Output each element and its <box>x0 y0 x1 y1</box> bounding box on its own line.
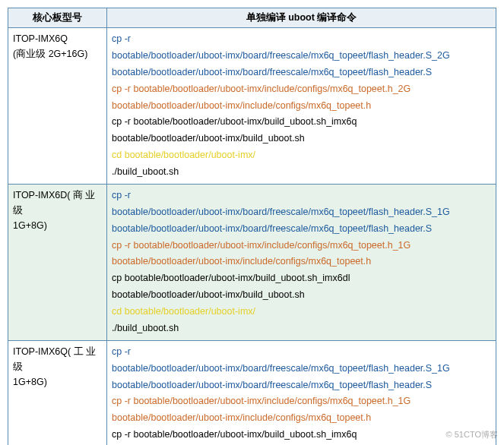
table-row: ITOP-IMX6Q( 工 业 级1G+8G)cp -rbootable/boo… <box>8 340 496 445</box>
command-line: bootable/bootloader/uboot-imx/include/co… <box>112 98 491 115</box>
table-row: ITOP-IMX6D( 商 业 级1G+8G)cp -rbootable/boo… <box>8 184 496 340</box>
table-row: ITOP-IMX6Q(商业级 2G+16G)cp -rbootable/boot… <box>8 28 496 185</box>
command-line: bootable/bootloader/uboot-imx/board/free… <box>112 48 491 65</box>
command-line: bootable/bootloader/uboot-imx/board/free… <box>112 65 491 81</box>
command-line: cd bootable/bootloader/uboot-imx/ <box>112 304 491 320</box>
command-line: bootable/bootloader/uboot-imx/build_uboo… <box>112 131 491 147</box>
command-line: bootable/bootloader/uboot-imx/board/free… <box>112 204 491 221</box>
command-line: bootable/bootloader/uboot-imx/build_uboo… <box>112 287 491 304</box>
uboot-build-table: 核心板型号 单独编译 uboot 编译命令 ITOP-IMX6Q(商业级 2G+… <box>8 8 496 445</box>
command-line: bootable/bootloader/uboot-imx/board/free… <box>112 221 491 238</box>
command-line: cp -r bootable/bootloader/uboot-imx/incl… <box>112 393 491 410</box>
command-cell: cp -rbootable/bootloader/uboot-imx/board… <box>107 340 496 445</box>
command-line: cd bootable/bootloader/uboot-imx/ <box>112 147 491 164</box>
command-line: cp -r <box>112 31 491 48</box>
command-line: cp -r bootable/bootloader/uboot-imx/incl… <box>112 81 491 98</box>
command-line: ./build_uboot.sh <box>112 320 491 337</box>
header-cmd: 单独编译 uboot 编译命令 <box>107 8 496 28</box>
command-line: ./build_uboot.sh <box>112 164 491 181</box>
model-cell: ITOP-IMX6D( 商 业 级1G+8G) <box>8 184 107 340</box>
model-cell: ITOP-IMX6Q( 工 业 级1G+8G) <box>8 340 107 445</box>
table-header-row: 核心板型号 单独编译 uboot 编译命令 <box>8 8 496 28</box>
command-line: cp -r bootable/bootloader/uboot-imx/buil… <box>112 114 491 131</box>
command-line: cp -r <box>112 188 491 204</box>
command-cell: cp -rbootable/bootloader/uboot-imx/board… <box>107 184 496 340</box>
command-line: cp bootable/bootloader/uboot-imx/build_u… <box>112 270 491 287</box>
command-line: bootable/bootloader/uboot-imx/board/free… <box>112 361 491 377</box>
command-line: bootable/bootloader/uboot-imx/board/free… <box>112 377 491 394</box>
model-cell: ITOP-IMX6Q(商业级 2G+16G) <box>8 28 107 185</box>
command-cell: cp -rbootable/bootloader/uboot-imx/board… <box>107 28 496 185</box>
command-line: cp -r bootable/bootloader/uboot-imx/incl… <box>112 238 491 254</box>
command-line: cp -r bootable/bootloader/uboot-imx/buil… <box>112 427 491 443</box>
header-model: 核心板型号 <box>8 8 107 28</box>
command-line: bootable/bootloader/uboot-imx/include/co… <box>112 254 491 270</box>
command-line: bootable/bootloader/uboot-imx/include/co… <box>112 410 491 427</box>
command-line: cp -r <box>112 344 491 361</box>
